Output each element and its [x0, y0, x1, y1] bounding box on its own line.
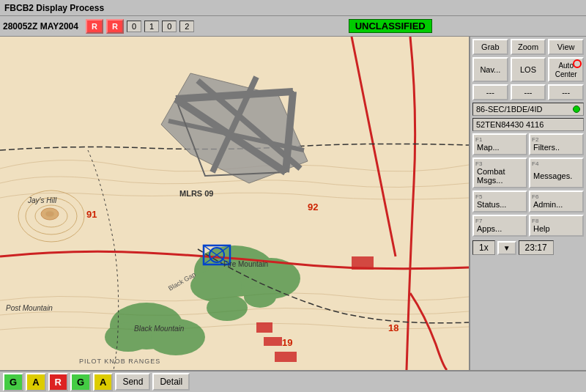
g1-button[interactable]: G [3, 373, 23, 391]
place-post-mountain: Post Mountain [6, 304, 53, 312]
grab-button[interactable]: Grab [472, 39, 508, 55]
svg-point-13 [244, 286, 276, 308]
nav-button[interactable]: Nav... [472, 57, 508, 82]
f5-key: F5 [475, 193, 482, 200]
status-green-dot [573, 106, 580, 113]
f7-label: Apps... [477, 224, 523, 233]
time-display: 23:17 [519, 240, 554, 255]
auto-center-button[interactable]: Auto Center [548, 57, 584, 82]
f5-label: Status... [477, 200, 523, 209]
f1-map-button[interactable]: F1 Map... [472, 133, 527, 155]
view-button[interactable]: View [548, 39, 584, 55]
zoom-level: 1x [472, 240, 495, 255]
r-button[interactable]: R [48, 373, 68, 391]
dash-btn-1[interactable]: --- [472, 84, 508, 100]
grid-label-92: 92 [308, 201, 318, 212]
coords-label: 52TEN84430 4116 [476, 120, 544, 129]
f2-label: Filters.. [533, 143, 579, 152]
num1: 1 [144, 21, 159, 32]
r1-button[interactable]: R [86, 19, 103, 34]
zoom-arrow-button[interactable]: ▼ [497, 241, 516, 255]
svg-point-12 [207, 295, 248, 321]
unit-id-box: 86-SEC/1BDE/4ID [472, 103, 584, 116]
grid-label-91: 91 [86, 209, 97, 220]
svg-point-5 [45, 211, 54, 217]
content-area: 91 92 18 19 Jay's Hill Post Mountain MLR… [0, 37, 586, 370]
f6-label: Admin... [533, 200, 579, 209]
auto-center-ring [573, 59, 582, 68]
f2-filters-button[interactable]: F2 Filters.. [529, 133, 584, 155]
map-area[interactable]: 91 92 18 19 Jay's Hill Post Mountain MLR… [0, 37, 469, 370]
datetime-label: 280052Z MAY2004 [3, 21, 78, 32]
a2-button[interactable]: A [93, 373, 113, 391]
los-button[interactable]: LOS [511, 57, 546, 82]
send-button[interactable]: Send [115, 373, 150, 391]
title-bar: FBCB2 Display Process [0, 0, 586, 16]
f2-key: F2 [532, 136, 538, 143]
coords-box: 52TEN84430 4116 [472, 118, 584, 131]
svg-rect-14 [352, 256, 374, 270]
num2: 0 [162, 21, 177, 32]
place-mlrs09: MLRS 09 [179, 189, 213, 198]
f3-combat-button[interactable]: F3 Combat Msgs... [472, 158, 527, 188]
app-title: FBCB2 Display Process [4, 3, 104, 13]
f8-key: F8 [532, 218, 538, 224]
f1-label: Map... [477, 143, 523, 152]
classification-badge: UNCLASSIFIED [349, 19, 432, 33]
place-pilot-knob: PILOT KNOB RANGES [79, 358, 160, 365]
detail-button[interactable]: Detail [152, 373, 190, 391]
svg-rect-15 [256, 322, 272, 333]
f3-label: Combat Msgs... [477, 167, 523, 185]
bottom-bar: G A R G A Send Detail [0, 370, 586, 392]
svg-rect-16 [264, 337, 282, 346]
place-jays-hill: Jay's Hill [28, 196, 56, 204]
top-bar: 280052Z MAY2004 R R 0 1 0 2 UNCLASSIFIED [0, 16, 586, 37]
f4-key: F4 [532, 160, 538, 167]
svg-rect-17 [275, 352, 297, 362]
unit-id-label: 86-SEC/1BDE/4ID [476, 105, 542, 114]
place-fire-mountain: Fire Mountain [223, 260, 268, 268]
f1-key: F1 [475, 136, 482, 143]
f5-status-button[interactable]: F5 Status... [472, 191, 527, 212]
dash-btn-3[interactable]: --- [548, 84, 584, 100]
num0: 0 [127, 21, 141, 32]
zoom-button[interactable]: Zoom [511, 39, 546, 55]
r2-button[interactable]: R [106, 19, 124, 34]
f8-help-button[interactable]: F8 Help [529, 215, 584, 237]
a1-button[interactable]: A [26, 373, 45, 391]
dash-btn-2[interactable]: --- [511, 84, 546, 100]
f8-label: Help [533, 224, 579, 233]
f6-admin-button[interactable]: F6 Admin... [529, 191, 584, 212]
g2-button[interactable]: G [70, 373, 91, 391]
f7-apps-button[interactable]: F7 Apps... [472, 215, 527, 237]
f6-key: F6 [532, 193, 538, 200]
f7-key: F7 [475, 218, 482, 224]
f4-label: Messages. [533, 171, 579, 180]
right-panel: Grab Zoom View Nav... LOS Auto Center --… [469, 37, 586, 370]
f3-key: F3 [475, 160, 482, 167]
num3: 2 [179, 21, 194, 32]
grid-label-19: 19 [282, 337, 292, 348]
grid-label-18: 18 [388, 322, 398, 333]
place-black-mountain: Black Mountain [134, 325, 184, 333]
f4-messages-button[interactable]: F4 Messages. [529, 158, 584, 188]
